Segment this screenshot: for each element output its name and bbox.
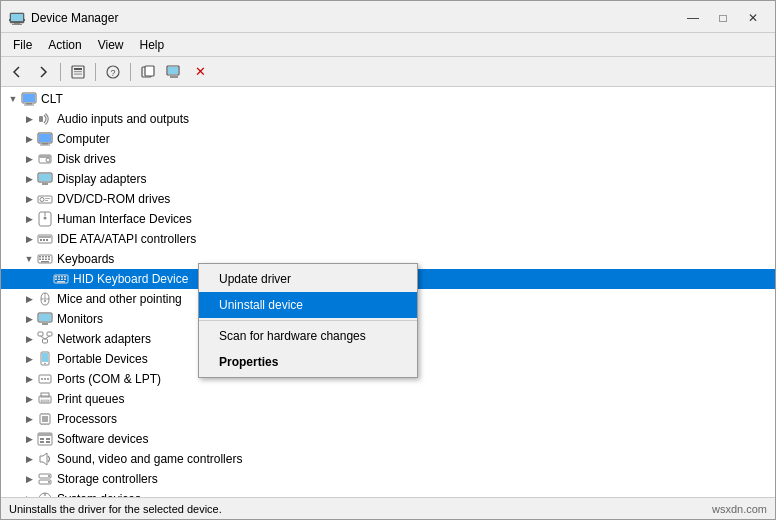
- ide-label: IDE ATA/ATAPI controllers: [57, 232, 196, 246]
- sound-label: Sound, video and game controllers: [57, 452, 242, 466]
- ctx-uninstall-device[interactable]: Uninstall device: [199, 292, 417, 318]
- expand-system[interactable]: ▶: [21, 491, 37, 497]
- audio-label: Audio inputs and outputs: [57, 112, 189, 126]
- tree-item-processors[interactable]: ▶ Processors: [1, 409, 775, 429]
- expand-processors[interactable]: ▶: [21, 411, 37, 427]
- statusbar-brand: wsxdn.com: [712, 503, 767, 515]
- menu-help[interactable]: Help: [132, 36, 173, 54]
- tree-item-system[interactable]: ▶ System devices: [1, 489, 775, 497]
- expand-network[interactable]: ▶: [21, 331, 37, 347]
- svg-rect-43: [43, 239, 45, 241]
- keyboards-label: Keyboards: [57, 252, 114, 266]
- tree-item-print[interactable]: ▶ Print queues: [1, 389, 775, 409]
- tree-item-disk[interactable]: ▶ Disk drives: [1, 149, 775, 169]
- tree-item-software[interactable]: ▶ Software devices: [1, 429, 775, 449]
- tree-item-ide[interactable]: ▶ IDE ATA/ATAPI controllers: [1, 229, 775, 249]
- ctx-properties[interactable]: Properties: [199, 349, 417, 375]
- root-label: CLT: [41, 92, 63, 106]
- svg-rect-3: [12, 24, 22, 25]
- svg-rect-48: [45, 256, 47, 258]
- expand-display[interactable]: ▶: [21, 171, 37, 187]
- svg-rect-21: [24, 105, 34, 106]
- toolbar-btn-2[interactable]: [136, 61, 160, 83]
- svg-rect-85: [41, 400, 49, 402]
- expand-hid-keyboard: [37, 271, 53, 287]
- expand-mice[interactable]: ▶: [21, 291, 37, 307]
- toolbar-separator-3: [130, 63, 131, 81]
- tree-item-storage[interactable]: ▶ Storage controllers: [1, 469, 775, 489]
- app-icon: [9, 10, 25, 26]
- svg-rect-42: [40, 239, 42, 241]
- expand-dvd[interactable]: ▶: [21, 191, 37, 207]
- expand-keyboards[interactable]: ▼: [21, 251, 37, 267]
- svg-line-74: [41, 336, 46, 339]
- close-button[interactable]: ✕: [739, 7, 767, 29]
- toolbar-btn-1[interactable]: [66, 61, 90, 83]
- storage-label: Storage controllers: [57, 472, 158, 486]
- svg-point-29: [46, 158, 50, 162]
- tree-root[interactable]: ▼ CLT: [1, 89, 775, 109]
- tree-item-audio[interactable]: ▶ Audio inputs and outputs: [1, 109, 775, 129]
- keyboard-device-icon: [53, 271, 69, 287]
- maximize-button[interactable]: □: [709, 7, 737, 29]
- svg-rect-8: [74, 71, 82, 72]
- monitor-button[interactable]: [162, 61, 186, 83]
- tree-item-display[interactable]: ▶ Display adapters: [1, 169, 775, 189]
- expand-sound[interactable]: ▶: [21, 451, 37, 467]
- expand-ports[interactable]: ▶: [21, 371, 37, 387]
- svg-rect-61: [58, 279, 60, 281]
- svg-rect-57: [58, 276, 60, 278]
- expand-computer[interactable]: ▶: [21, 131, 37, 147]
- svg-rect-73: [43, 339, 48, 343]
- expand-disk[interactable]: ▶: [21, 151, 37, 167]
- statusbar-text: Uninstalls the driver for the selected d…: [9, 503, 222, 515]
- device-manager-window: Device Manager — □ ✕ File Action View He…: [0, 0, 776, 520]
- expand-root[interactable]: ▼: [5, 91, 21, 107]
- svg-point-102: [48, 475, 50, 477]
- remove-button[interactable]: ✕: [188, 61, 212, 83]
- ctx-update-driver[interactable]: Update driver: [199, 266, 417, 292]
- forward-button[interactable]: [31, 61, 55, 83]
- tree-item-sound[interactable]: ▶ Sound, video and game controllers: [1, 449, 775, 469]
- help-button[interactable]: ?: [101, 61, 125, 83]
- processors-icon: [37, 411, 53, 427]
- svg-point-78: [44, 363, 46, 365]
- disk-icon: [37, 151, 53, 167]
- tree-item-hid[interactable]: ▶ Human Interface Devices: [1, 209, 775, 229]
- svg-rect-5: [23, 19, 25, 21]
- ctx-scan-hardware[interactable]: Scan for hardware changes: [199, 323, 417, 349]
- svg-rect-62: [61, 279, 63, 281]
- svg-rect-31: [39, 174, 51, 181]
- back-button[interactable]: [5, 61, 29, 83]
- menu-file[interactable]: File: [5, 36, 40, 54]
- toolbar: ? ✕: [1, 57, 775, 87]
- expand-ide[interactable]: ▶: [21, 231, 37, 247]
- svg-rect-97: [46, 438, 50, 440]
- svg-text:?: ?: [110, 68, 115, 78]
- minimize-button[interactable]: —: [679, 7, 707, 29]
- svg-rect-15: [168, 67, 178, 74]
- expand-portable[interactable]: ▶: [21, 351, 37, 367]
- svg-rect-19: [23, 94, 35, 102]
- menu-view[interactable]: View: [90, 36, 132, 54]
- svg-rect-60: [55, 279, 57, 281]
- expand-print[interactable]: ▶: [21, 391, 37, 407]
- menu-action[interactable]: Action: [40, 36, 89, 54]
- expand-monitors[interactable]: ▶: [21, 311, 37, 327]
- svg-rect-41: [39, 236, 51, 238]
- monitors-label: Monitors: [57, 312, 103, 326]
- main-content: ▼ CLT ▶: [1, 87, 775, 497]
- svg-point-34: [40, 198, 44, 202]
- expand-hid[interactable]: ▶: [21, 211, 37, 227]
- expand-software[interactable]: ▶: [21, 431, 37, 447]
- tree-item-computer[interactable]: ▶ Computer: [1, 129, 775, 149]
- computer-item-icon: [37, 131, 53, 147]
- expand-audio[interactable]: ▶: [21, 111, 37, 127]
- system-icon: [37, 491, 53, 497]
- tree-item-dvd[interactable]: ▶ DVD/CD-ROM drives: [1, 189, 775, 209]
- expand-storage[interactable]: ▶: [21, 471, 37, 487]
- svg-rect-47: [42, 256, 44, 258]
- svg-rect-53: [48, 259, 50, 261]
- svg-rect-1: [11, 14, 23, 21]
- system-label: System devices: [57, 492, 141, 497]
